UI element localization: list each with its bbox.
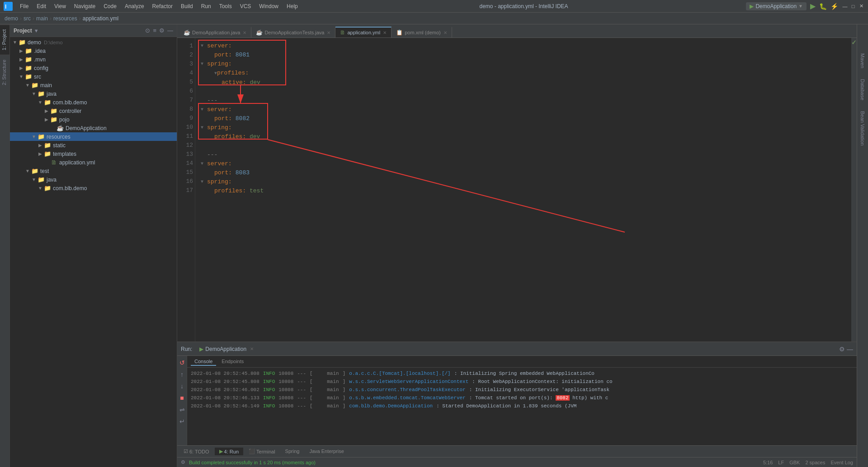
code-line-4: ▼profiles: (201, 69, 846, 78)
endpoints-tab[interactable]: Endpoints (218, 358, 247, 366)
hide-panel-icon[interactable]: — (167, 27, 173, 34)
tree-item[interactable]: ▶ 📁 .idea (10, 47, 177, 55)
tree-item-yaml[interactable]: ▶ 🗎 application.yml (10, 158, 177, 167)
run-bottom-tab[interactable]: ▶ 4: Run (215, 448, 243, 455)
log-thread: main (316, 386, 339, 394)
spring-label: Spring (285, 448, 300, 454)
tree-item[interactable]: ▼ 📁 java (10, 89, 177, 98)
git-icon: ⚙ (181, 459, 185, 465)
project-tab[interactable]: 1: Project (0, 24, 9, 55)
close-tab-icon[interactable]: ✕ (383, 30, 387, 35)
menu-help[interactable]: Help (283, 2, 302, 10)
run-tab-demoapplication[interactable]: ▶ DemoApplication ✕ (195, 345, 258, 353)
log-date: 2022-01-08 20:52:45.808 (191, 369, 259, 378)
project-tree: ▼ 📁 demo D:\demo ▶ 📁 .idea ▶ 📁 .mvn (10, 37, 177, 467)
tree-item[interactable]: ▼ 📁 com.blb.demo (10, 98, 177, 107)
tree-item[interactable]: ▼ 📁 com.blb.demo (10, 184, 177, 192)
tree-item[interactable]: ▼ 📁 src (10, 72, 177, 81)
coverage-button[interactable]: ⚡ (830, 3, 838, 10)
menu-build[interactable]: Build (177, 2, 197, 10)
menu-run[interactable]: Run (198, 2, 215, 10)
tab-pom-xml[interactable]: 📋 pom.xml (demo) ✕ (392, 27, 452, 37)
menu-window[interactable]: Window (255, 2, 282, 10)
tree-item[interactable]: ▼ 📁 main (10, 81, 177, 89)
run-minimize-icon[interactable]: — (847, 346, 853, 353)
tree-item[interactable]: ▶ ☕ DemoApplication (10, 124, 177, 132)
menu-file[interactable]: File (16, 2, 32, 10)
debug-button[interactable]: 🐛 (819, 3, 827, 10)
charset[interactable]: GBK (789, 460, 800, 465)
tabs-bar: ☕ DemoApplication.java ✕ ☕ DemoApplicati… (177, 24, 857, 38)
settings-icon[interactable]: ⚙ (159, 27, 165, 34)
menu-analyze[interactable]: Analyze (121, 2, 148, 10)
tree-item[interactable]: ▶ 📁 controller (10, 107, 177, 115)
tree-item[interactable]: ▶ 📁 static (10, 141, 177, 149)
tree-item[interactable]: ▶ 📁 .mvn (10, 55, 177, 64)
todo-tab[interactable]: ☑ 6: TODO (179, 448, 214, 455)
tree-label: application.yml (59, 159, 95, 166)
spring-tab[interactable]: Spring (281, 448, 304, 455)
bottom-panel: Run: ▶ DemoApplication ✕ ⚙ — ↺ ↑ ↓ ■ (177, 341, 857, 445)
bean-validation-icon[interactable]: Bean Validation (859, 109, 866, 147)
event-log-button[interactable]: Event Log (830, 460, 853, 465)
tab-demoapplication[interactable]: ☕ DemoApplication.java ✕ (179, 27, 251, 37)
close-tab-icon[interactable]: ✕ (327, 30, 330, 35)
tree-item[interactable]: ▶ 📁 config (10, 64, 177, 72)
soft-wrap-button[interactable]: ↵ (177, 416, 187, 426)
close-tab-icon[interactable]: ✕ (243, 30, 246, 35)
build-status: Build completed successfully in 1 s 20 m… (189, 460, 316, 465)
code-area[interactable]: ▼ server: port: 8081 ▼ spring: ▼profiles… (195, 38, 851, 341)
scroll-up-button[interactable]: ↑ (177, 369, 187, 379)
close-tab-icon[interactable]: ✕ (443, 30, 447, 35)
close-button[interactable]: ✕ (858, 3, 864, 9)
svg-text:I: I (5, 4, 6, 10)
breadcrumb-main[interactable]: main (36, 15, 48, 22)
stop-button[interactable]: ■ (177, 393, 187, 403)
wrap-button[interactable]: ⇌ (177, 405, 187, 415)
menu-code[interactable]: Code (100, 2, 120, 10)
tree-item[interactable]: ▼ 📁 demo D:\demo (10, 38, 177, 47)
indent-setting[interactable]: 2 spaces (805, 460, 825, 465)
log-logger: o.s.s.concurrent.ThreadPoolTaskExecutor (349, 386, 465, 394)
no-errors-indicator: ✓ (851, 39, 857, 46)
java-enterprise-tab[interactable]: Java Enterprise (305, 448, 348, 455)
tree-item[interactable]: ▶ 📁 pojo (10, 115, 177, 124)
log-bracket: [ (310, 386, 313, 394)
menu-view[interactable]: View (51, 2, 70, 10)
run-button[interactable]: ▶ (810, 2, 816, 10)
breadcrumb-src[interactable]: src (24, 15, 31, 22)
menu-vcs[interactable]: VCS (236, 2, 255, 10)
tab-application-yml[interactable]: 🗎 application.yml ✕ (335, 27, 392, 37)
menu-edit[interactable]: Edit (33, 2, 50, 10)
tree-item-resources[interactable]: ▼ 📁 resources (10, 132, 177, 141)
terminal-tab[interactable]: ⬛ Terminal (244, 448, 280, 455)
breadcrumb-file[interactable]: application.yml (83, 15, 118, 22)
close-run-tab-icon[interactable]: ✕ (250, 346, 254, 351)
tree-item-templates[interactable]: ▶ 📁 templates (10, 149, 177, 158)
run-left-toolbar: ↺ ↑ ↓ ■ ⇌ ↵ (177, 356, 187, 445)
tree-label: resources (47, 134, 71, 140)
expand-icon[interactable]: ≡ (153, 27, 156, 34)
menu-navigate[interactable]: Navigate (71, 2, 99, 10)
breadcrumb-demo[interactable]: demo (5, 15, 18, 22)
maven-icon[interactable]: Maven (859, 51, 866, 70)
tab-demoapptest[interactable]: ☕ DemoApplicationTests.java ✕ (251, 27, 335, 37)
tree-item[interactable]: ▼ 📁 java (10, 175, 177, 184)
structure-tab[interactable]: 2: Structure (0, 55, 9, 90)
restart-button[interactable]: ↺ (177, 358, 187, 368)
project-dropdown[interactable]: ▼ (34, 28, 39, 33)
database-icon[interactable]: Database (859, 77, 866, 102)
locate-icon[interactable]: ⊙ (145, 27, 150, 34)
minimize-button[interactable]: — (842, 3, 848, 9)
maximize-button[interactable]: □ (850, 3, 856, 9)
menu-tools[interactable]: Tools (216, 2, 236, 10)
tree-item[interactable]: ▼ 📁 test (10, 167, 177, 175)
menu-refactor[interactable]: Refactor (149, 2, 176, 10)
log-level: INFO (263, 394, 275, 402)
breadcrumb-resources[interactable]: resources (53, 15, 77, 22)
run-config-dropdown[interactable]: ▶ DemoApplication ▼ (746, 2, 807, 10)
run-settings-icon[interactable]: ⚙ (839, 346, 845, 353)
log-date: 2022-01-08 20:52:45.808 (191, 378, 259, 386)
scroll-down-button[interactable]: ↓ (177, 381, 187, 391)
console-tab[interactable]: Console (191, 358, 216, 366)
